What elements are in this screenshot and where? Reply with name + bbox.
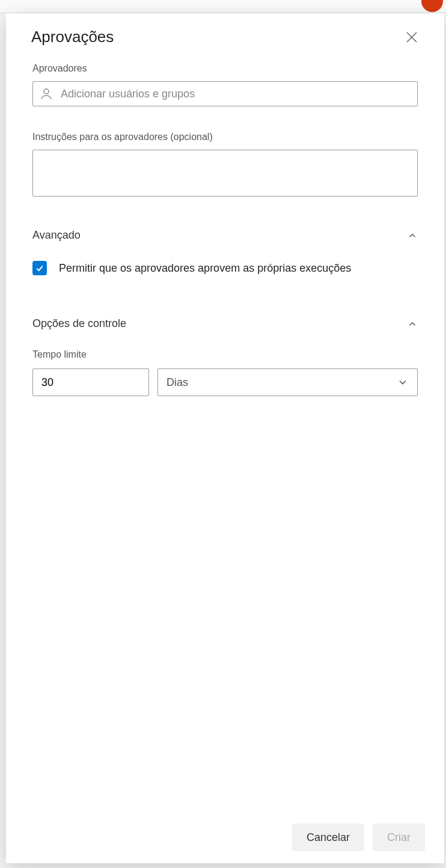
advanced-section-header[interactable]: Avançado xyxy=(32,229,418,242)
control-options-title: Opções de controle xyxy=(32,317,126,330)
close-button[interactable] xyxy=(403,29,420,46)
create-button[interactable]: Criar xyxy=(373,824,425,851)
approvals-panel: Aprovações Aprovadores Instruções para o… xyxy=(6,13,444,863)
approvers-input[interactable] xyxy=(61,88,411,100)
allow-self-approve-row: Permitir que os aprovadores aprovem as p… xyxy=(32,261,418,275)
chevron-down-icon xyxy=(397,376,409,388)
background-top-bar xyxy=(0,0,446,13)
close-icon xyxy=(405,30,419,44)
control-options-section-header[interactable]: Opções de controle xyxy=(32,317,418,330)
allow-self-approve-checkbox[interactable] xyxy=(32,261,47,275)
approvers-label: Aprovadores xyxy=(32,63,418,74)
instructions-textarea[interactable] xyxy=(32,150,418,197)
panel-body: Aprovadores Instruções para os aprovador… xyxy=(6,52,444,813)
timeout-label: Tempo limite xyxy=(32,349,418,360)
timeout-row: Dias xyxy=(32,368,418,396)
panel-title: Aprovações xyxy=(31,28,114,46)
instructions-label: Instruções para os aprovadores (opcional… xyxy=(32,132,418,142)
allow-self-approve-label: Permitir que os aprovadores aprovem as p… xyxy=(59,262,351,275)
svg-point-2 xyxy=(44,89,49,94)
cancel-button[interactable]: Cancelar xyxy=(292,824,364,851)
timeout-unit-select[interactable]: Dias xyxy=(157,368,418,396)
checkmark-icon xyxy=(35,263,44,273)
advanced-title: Avançado xyxy=(32,229,81,242)
approvers-field[interactable] xyxy=(32,81,418,106)
chevron-up-icon xyxy=(407,319,418,329)
timeout-value-input[interactable] xyxy=(32,368,149,396)
timeout-unit-value: Dias xyxy=(166,376,188,389)
chevron-up-icon xyxy=(407,230,418,241)
panel-header: Aprovações xyxy=(6,13,444,52)
panel-footer: Cancelar Criar xyxy=(6,813,444,863)
timeout-unit-wrap: Dias xyxy=(157,368,418,396)
person-icon xyxy=(39,87,53,101)
